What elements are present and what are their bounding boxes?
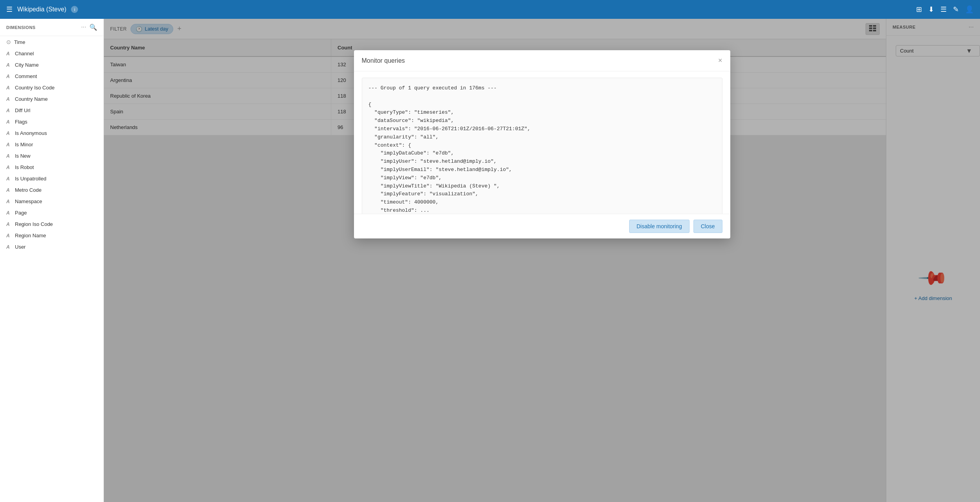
sidebar-item-label: Page [15, 210, 27, 216]
alpha-icon: A [6, 165, 12, 170]
alpha-icon: A [6, 244, 12, 250]
sidebar-item-label: Region Name [15, 233, 46, 238]
sidebar-item-label: Time [14, 39, 25, 45]
alpha-icon: A [6, 210, 12, 216]
hamburger-icon[interactable]: ☰ [6, 5, 13, 14]
sidebar-item-namespace[interactable]: A Namespace [0, 196, 103, 207]
sidebar-item-comment[interactable]: A Comment [0, 71, 103, 82]
alpha-icon: A [6, 187, 12, 193]
table-icon[interactable]: ☰ [940, 5, 947, 14]
sidebar-item-label: Namespace [15, 198, 42, 204]
info-icon[interactable]: i [71, 6, 78, 13]
header-action-icons: ⊞ ⬇ ☰ ✎ 👤 [916, 5, 974, 14]
dimensions-sidebar: DIMENSIONS ··· 🔍 ⊙ Time A Channel A City… [0, 19, 104, 502]
alpha-icon: A [6, 119, 12, 125]
modal-body: --- Group of 1 query executed in 176ms -… [354, 71, 730, 214]
alpha-icon: A [6, 96, 12, 102]
sidebar-item-is-unpatrolled[interactable]: A Is Unpatrolled [0, 173, 103, 184]
sidebar-item-label: City Name [15, 62, 39, 68]
sidebar-item-country-name[interactable]: A Country Name [0, 93, 103, 105]
sidebar-more-icon[interactable]: ··· [81, 24, 86, 31]
dimensions-title: DIMENSIONS [6, 25, 36, 30]
sidebar-item-is-robot[interactable]: A Is Robot [0, 162, 103, 173]
sidebar-item-label: Is New [15, 153, 31, 159]
right-area: FILTER 🕐 Latest day + [104, 19, 980, 502]
sidebar-item-country-iso-code[interactable]: A Country Iso Code [0, 82, 103, 93]
time-icon: ⊙ [6, 39, 11, 45]
sidebar-item-label: Country Iso Code [15, 85, 54, 91]
sidebar-item-label: User [15, 244, 25, 250]
sidebar-item-label: Region Iso Code [15, 221, 53, 227]
modal-footer: Disable monitoring Close [354, 214, 730, 238]
grid-icon[interactable]: ⊞ [916, 5, 922, 14]
app-header: ☰ Wikipedia (Steve) i ⊞ ⬇ ☰ ✎ 👤 [0, 0, 980, 19]
monitor-queries-modal: Monitor queries × --- Group of 1 query e… [354, 50, 730, 238]
sidebar-item-region-name[interactable]: A Region Name [0, 230, 103, 241]
sidebar-item-user[interactable]: A User [0, 241, 103, 253]
alpha-icon: A [6, 131, 12, 136]
sidebar-item-diff-url[interactable]: A Diff Url [0, 105, 103, 116]
sidebar-item-label: Country Name [15, 96, 48, 102]
sidebar-item-label: Comment [15, 73, 37, 79]
alpha-icon: A [6, 74, 12, 79]
sidebar-item-is-minor[interactable]: A Is Minor [0, 139, 103, 150]
sidebar-item-channel[interactable]: A Channel [0, 48, 103, 59]
alpha-icon: A [6, 62, 12, 68]
alpha-icon: A [6, 51, 12, 56]
alpha-icon: A [6, 233, 12, 238]
modal-close-btn[interactable]: Close [693, 220, 722, 233]
modal-overlay: Monitor queries × --- Group of 1 query e… [104, 19, 980, 502]
sidebar-item-label: Is Anonymous [15, 130, 47, 136]
sidebar-item-flags[interactable]: A Flags [0, 116, 103, 127]
disable-monitoring-button[interactable]: Disable monitoring [629, 220, 690, 233]
alpha-icon: A [6, 176, 12, 182]
alpha-icon: A [6, 222, 12, 227]
sidebar-item-is-new[interactable]: A Is New [0, 150, 103, 162]
sidebar-item-city-name[interactable]: A City Name [0, 59, 103, 71]
sidebar-item-is-anonymous[interactable]: A Is Anonymous [0, 127, 103, 139]
sidebar-search-icon[interactable]: 🔍 [89, 24, 97, 31]
modal-header: Monitor queries × [354, 50, 730, 71]
user-icon[interactable]: 👤 [965, 5, 974, 14]
sidebar-item-label: Is Robot [15, 164, 34, 170]
edit-icon[interactable]: ✎ [953, 5, 959, 14]
modal-close-button[interactable]: × [718, 56, 722, 65]
sidebar-item-metro-code[interactable]: A Metro Code [0, 184, 103, 196]
alpha-icon: A [6, 153, 12, 159]
alpha-icon: A [6, 142, 12, 147]
sidebar-item-page[interactable]: A Page [0, 207, 103, 218]
sidebar-item-label: Is Unpatrolled [15, 176, 46, 182]
sidebar-item-label: Diff Url [15, 107, 30, 113]
modal-code-content: --- Group of 1 query executed in 176ms -… [362, 78, 722, 214]
sidebar-item-time[interactable]: ⊙ Time [0, 36, 103, 48]
sidebar-header: DIMENSIONS ··· 🔍 [0, 19, 103, 36]
sidebar-item-region-iso-code[interactable]: A Region Iso Code [0, 218, 103, 230]
sidebar-item-label: Flags [15, 119, 27, 125]
sidebar-item-label: Metro Code [15, 187, 42, 193]
modal-title: Monitor queries [362, 57, 405, 64]
sidebar-item-label: Is Minor [15, 142, 33, 147]
download-icon[interactable]: ⬇ [928, 5, 934, 14]
sidebar-item-label: Channel [15, 51, 34, 56]
alpha-icon: A [6, 85, 12, 91]
alpha-icon: A [6, 199, 12, 204]
alpha-icon: A [6, 108, 12, 113]
sidebar-header-icons: ··· 🔍 [81, 24, 97, 31]
app-title: Wikipedia (Steve) [17, 6, 66, 13]
main-layout: DIMENSIONS ··· 🔍 ⊙ Time A Channel A City… [0, 19, 980, 502]
